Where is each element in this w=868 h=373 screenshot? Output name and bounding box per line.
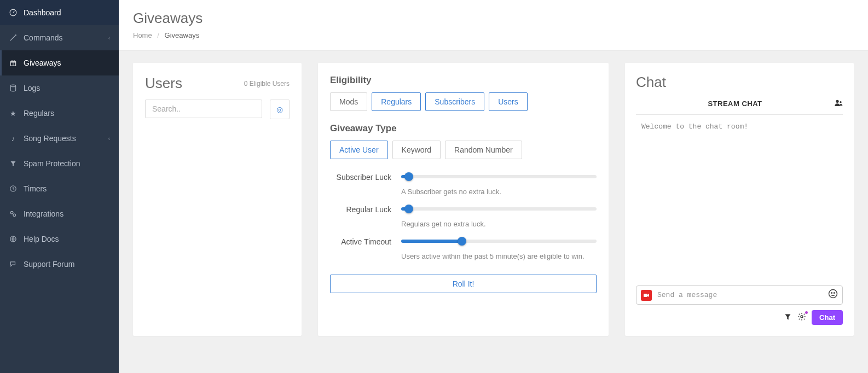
globe-icon xyxy=(9,235,18,243)
sidebar-item-label: Integrations xyxy=(24,209,110,218)
refresh-users-button[interactable]: ◎ xyxy=(270,100,290,119)
chat-settings-icon[interactable] xyxy=(797,312,806,323)
sidebar-item-spam-protection[interactable]: Spam Protection xyxy=(0,151,119,176)
sidebar-item-label: Song Requests xyxy=(24,134,108,143)
active-timeout-help: Users active within the past 5 minute(s)… xyxy=(401,252,597,260)
sidebar-item-regulars[interactable]: ★ Regulars xyxy=(0,101,119,126)
chat-messages: Welcome to the chat room! xyxy=(636,121,843,285)
chat-icon xyxy=(9,260,18,269)
database-icon xyxy=(9,84,18,92)
magic-icon xyxy=(9,33,18,42)
sidebar-item-label: Commands xyxy=(24,33,108,42)
breadcrumb-current: Giveaways xyxy=(165,31,200,39)
svg-point-6 xyxy=(13,214,16,217)
chat-input-row xyxy=(636,285,843,305)
chat-footer: Chat xyxy=(636,310,843,325)
filter-icon xyxy=(9,159,18,168)
sidebar-item-label: Timers xyxy=(24,184,110,193)
roll-it-button[interactable]: Roll It! xyxy=(330,275,597,293)
clock-icon xyxy=(9,184,18,193)
camera-icon[interactable] xyxy=(641,290,652,301)
svg-point-5 xyxy=(10,211,13,214)
chat-welcome-message: Welcome to the chat room! xyxy=(641,123,837,131)
page-title: Giveaways xyxy=(133,10,854,27)
type-active-user-button[interactable]: Active User xyxy=(330,141,388,159)
chat-header-title: STREAM CHAT xyxy=(636,100,834,108)
target-icon: ◎ xyxy=(276,105,283,114)
chat-panel-title: Chat xyxy=(636,74,843,91)
subscriber-luck-label: Subscriber Luck xyxy=(330,171,401,196)
type-keyword-button[interactable]: Keyword xyxy=(392,141,441,159)
regular-luck-row: Regular Luck Regulars get no extra luck. xyxy=(330,203,597,228)
regular-luck-label: Regular Luck xyxy=(330,203,401,228)
eligibility-users-button[interactable]: Users xyxy=(489,92,528,111)
active-timeout-row: Active Timeout Users active within the p… xyxy=(330,236,597,260)
svg-point-8 xyxy=(836,100,838,103)
dashboard-icon xyxy=(9,8,18,17)
svg-point-9 xyxy=(840,101,841,103)
emoji-picker-icon[interactable] xyxy=(828,289,838,301)
eligibility-regulars-button[interactable]: Regulars xyxy=(372,92,421,111)
svg-point-12 xyxy=(831,293,832,294)
breadcrumb: Home / Giveaways xyxy=(133,31,854,39)
sidebar-item-support-forum[interactable]: Support Forum xyxy=(0,252,119,277)
sidebar-item-commands[interactable]: Commands ‹ xyxy=(0,25,119,50)
sidebar-item-label: Logs xyxy=(24,84,110,92)
subscriber-luck-row: Subscriber Luck A Subscriber gets no ext… xyxy=(330,171,597,196)
cogs-icon xyxy=(9,209,18,218)
star-icon: ★ xyxy=(9,109,18,118)
sidebar-item-logs[interactable]: Logs xyxy=(0,75,119,101)
sidebar-item-label: Dashboard xyxy=(24,8,110,17)
chat-send-button[interactable]: Chat xyxy=(812,310,843,325)
svg-rect-10 xyxy=(644,294,647,297)
svg-point-11 xyxy=(829,290,837,298)
sidebar-item-giveaways[interactable]: Giveaways xyxy=(0,50,119,75)
giveaway-type-section: Giveaway Type Active User Keyword Random… xyxy=(330,123,597,159)
subscriber-luck-slider[interactable] xyxy=(401,171,597,182)
users-panel-title: Users xyxy=(145,75,182,92)
regular-luck-slider[interactable] xyxy=(401,203,597,214)
page-header: Giveaways Home / Giveaways xyxy=(119,0,868,51)
breadcrumb-separator: / xyxy=(157,31,159,39)
chat-panel: Chat STREAM CHAT Welcome to the chat roo… xyxy=(625,63,854,336)
svg-point-3 xyxy=(10,85,15,87)
chat-filter-icon[interactable] xyxy=(784,313,792,323)
sidebar-item-label: Regulars xyxy=(24,109,110,118)
sidebar: Dashboard Commands ‹ Giveaways Logs ★ Re… xyxy=(0,0,119,373)
subscriber-luck-help: A Subscriber gets no extra luck. xyxy=(401,188,597,196)
giveaway-type-title: Giveaway Type xyxy=(330,123,597,134)
eligibility-subscribers-button[interactable]: Subscribers xyxy=(425,92,484,111)
active-timeout-slider[interactable] xyxy=(401,236,597,247)
sidebar-item-dashboard[interactable]: Dashboard xyxy=(0,0,119,25)
sidebar-item-label: Support Forum xyxy=(24,260,110,269)
sidebar-item-help-docs[interactable]: Help Docs xyxy=(0,226,119,252)
sidebar-item-song-requests[interactable]: ♪ Song Requests ‹ xyxy=(0,126,119,151)
active-timeout-label: Active Timeout xyxy=(330,236,401,260)
eligibility-mods-button[interactable]: Mods xyxy=(330,92,367,111)
chat-userlist-icon[interactable] xyxy=(834,98,843,109)
music-icon: ♪ xyxy=(9,134,18,143)
content-row: Users 0 Eligible Users ◎ Eligibility Mod… xyxy=(119,51,868,348)
chevron-left-icon: ‹ xyxy=(108,35,110,41)
chevron-left-icon: ‹ xyxy=(108,136,110,142)
svg-point-14 xyxy=(801,316,803,318)
sidebar-item-label: Giveaways xyxy=(24,59,110,67)
gift-icon xyxy=(9,59,18,67)
users-search-input[interactable] xyxy=(145,100,262,118)
sidebar-item-label: Help Docs xyxy=(24,235,110,243)
sliders-section: Subscriber Luck A Subscriber gets no ext… xyxy=(330,171,597,260)
sidebar-item-integrations[interactable]: Integrations xyxy=(0,201,119,226)
main-content: Giveaways Home / Giveaways Users 0 Eligi… xyxy=(119,0,868,373)
chat-message-input[interactable] xyxy=(657,291,823,299)
eligibility-section: Eligibility Mods Regulars Subscribers Us… xyxy=(330,75,597,111)
users-panel: Users 0 Eligible Users ◎ xyxy=(133,63,302,336)
notification-dot-icon xyxy=(805,311,808,314)
chat-header: STREAM CHAT xyxy=(636,98,843,115)
eligible-users-count: 0 Eligible Users xyxy=(244,80,290,88)
giveaway-config-panel: Eligibility Mods Regulars Subscribers Us… xyxy=(318,63,609,336)
sidebar-item-timers[interactable]: Timers xyxy=(0,176,119,201)
type-random-number-button[interactable]: Random Number xyxy=(445,141,522,159)
sidebar-item-label: Spam Protection xyxy=(24,159,110,168)
regular-luck-help: Regulars get no extra luck. xyxy=(401,220,597,228)
breadcrumb-home[interactable]: Home xyxy=(133,31,152,39)
